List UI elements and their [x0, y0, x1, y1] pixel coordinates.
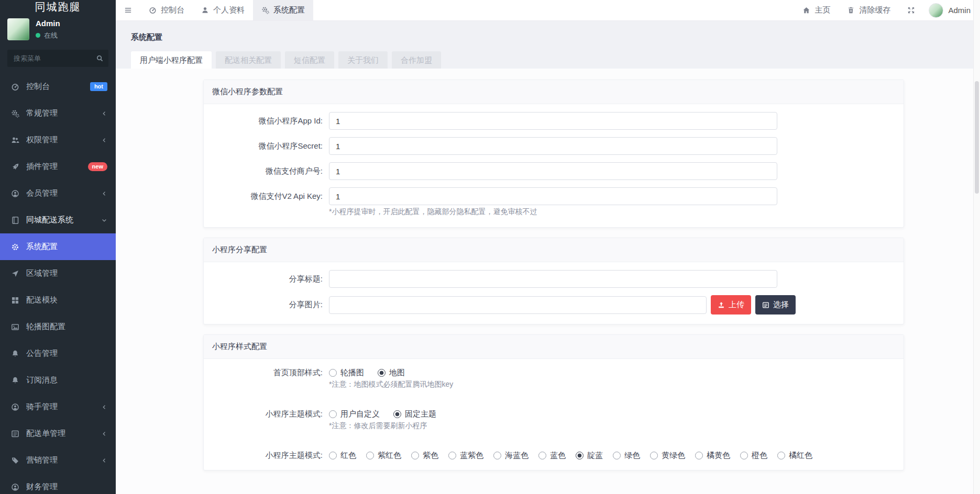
radio-color-sea-blue[interactable]: 海蓝色 [493, 451, 528, 461]
user-custom-radio[interactable] [329, 410, 337, 418]
sidebar-item-banner-config[interactable]: 轮播图配置 [0, 313, 116, 340]
sidebar-item-delivery-system[interactable]: 同城配送系统 [0, 207, 116, 233]
field-label: 微信小程序Secret: [204, 141, 329, 151]
field-label: 小程序主题模式: [204, 451, 329, 461]
map-key-note: *注意：地图模式必须配置腾讯地图key [329, 380, 904, 389]
radio-color-blue-purple[interactable]: 蓝紫色 [448, 451, 483, 461]
nav-tab-dashboard[interactable]: 控制台 [140, 0, 193, 20]
field-label: 首页顶部样式: [204, 368, 329, 378]
magenta-radio[interactable] [366, 452, 374, 459]
green-radio[interactable] [613, 452, 621, 459]
panel-title: 微信小程序参数配置 [204, 80, 904, 104]
sidebar-item-delivery-order-mgmt[interactable]: 配送单管理 [0, 420, 116, 447]
sidebar-item-marketing-mgmt[interactable]: 营销管理 [0, 447, 116, 474]
orange-radio[interactable] [740, 452, 748, 459]
home-button[interactable]: 主页 [794, 0, 839, 20]
share-title-input[interactable] [329, 270, 777, 288]
blue-radio[interactable] [538, 452, 546, 459]
grid-icon [11, 296, 19, 305]
panel-share-config: 小程序分享配置 分享标题: 分享图片: 上传 [203, 238, 904, 324]
wechat-secret-input[interactable] [329, 137, 777, 155]
radio-color-orange-red[interactable]: 橘红色 [777, 451, 812, 461]
yellow-green-radio[interactable] [650, 452, 658, 459]
upload-button[interactable]: 上传 [711, 295, 751, 315]
blue-purple-radio[interactable] [448, 452, 456, 459]
refresh-note: *注意：修改后需要刷新小程序 [329, 421, 904, 431]
radio-option-fixed-theme[interactable]: 固定主题 [393, 409, 436, 419]
radio-color-orange[interactable]: 橙色 [740, 451, 767, 461]
orange-red-radio[interactable] [777, 452, 785, 459]
tab-sms-config[interactable]: 短信配置 [285, 51, 334, 69]
sidebar-item-delivery-module[interactable]: 配送模块 [0, 287, 116, 313]
radio-color-green[interactable]: 绿色 [613, 451, 640, 461]
wechat-v2-apikey-input[interactable] [329, 187, 777, 205]
tab-about-us[interactable]: 关于我们 [338, 51, 388, 69]
sidebar-item-dashboard[interactable]: 控制台 hot [0, 73, 116, 100]
form-row-apikey: 微信支付V2 Api Key: [204, 187, 904, 205]
sidebar-item-system-config[interactable]: 系统配置 [0, 233, 116, 260]
field-label: 微信支付商户号: [204, 166, 329, 176]
sidebar-item-finance-mgmt[interactable]: 财务管理 [0, 474, 116, 494]
bell-icon [11, 376, 19, 385]
radio-option-user-custom[interactable]: 用户自定义 [329, 409, 380, 419]
list-icon [11, 430, 19, 438]
nav-tab-profile[interactable]: 个人资料 [193, 0, 253, 20]
page-scrollbar[interactable] [973, 0, 980, 494]
navbar-avatar[interactable] [929, 3, 943, 18]
map-radio[interactable] [378, 369, 386, 377]
tab-delivery-related-config[interactable]: 配送相关配置 [216, 51, 281, 69]
sidebar-toggle-button[interactable] [116, 0, 140, 20]
radio-color-blue[interactable]: 蓝色 [538, 451, 566, 461]
form-row-appid: 微信小程序App Id: [204, 112, 904, 130]
sea-blue-radio[interactable] [493, 452, 501, 459]
form-row-share-title: 分享标题: [204, 270, 904, 288]
wechat-merchant-id-input[interactable] [329, 162, 777, 180]
sidebar-item-region-mgmt[interactable]: 区域管理 [0, 260, 116, 287]
field-label: 微信支付V2 Api Key: [204, 192, 329, 201]
fullscreen-button[interactable] [899, 0, 923, 20]
share-image-input[interactable] [329, 296, 707, 314]
indigo-radio[interactable] [576, 452, 583, 459]
purple-radio[interactable] [411, 452, 419, 459]
list-icon [762, 301, 769, 309]
radio-color-orange-yellow[interactable]: 橘黄色 [695, 451, 730, 461]
user-avatar[interactable] [7, 18, 29, 40]
orange-yellow-radio[interactable] [695, 452, 703, 459]
expand-icon [907, 6, 915, 14]
page-title: 系统配置 [116, 21, 980, 51]
sidebar-item-addon-mgmt[interactable]: 插件管理 new [0, 153, 116, 180]
sidebar-item-rider-mgmt[interactable]: 骑手管理 [0, 394, 116, 420]
navbar-user-name[interactable]: Admin [948, 6, 971, 15]
radio-option-banner[interactable]: 轮播图 [329, 368, 364, 378]
sidebar-item-notice-mgmt[interactable]: 公告管理 [0, 340, 116, 367]
fixed-theme-radio[interactable] [393, 410, 401, 418]
clear-cache-button[interactable]: 清除缓存 [839, 0, 899, 20]
radio-color-yellow-green[interactable]: 黄绿色 [650, 451, 685, 461]
sidebar-item-subscribe-message[interactable]: 订阅消息 [0, 367, 116, 394]
tab-cooperation[interactable]: 合作加盟 [392, 51, 441, 69]
radio-color-magenta[interactable]: 紫红色 [366, 451, 401, 461]
main-area: 控制台 个人资料 系统配置 主页 清除缓存 [116, 0, 980, 494]
sidebar-item-auth-mgmt[interactable]: 权限管理 [0, 127, 116, 153]
radio-color-red[interactable]: 红色 [329, 451, 356, 461]
radio-option-map[interactable]: 地图 [378, 368, 405, 378]
scrollbar-thumb[interactable] [975, 81, 979, 194]
radio-color-indigo[interactable]: 靛蓝 [576, 451, 603, 461]
radio-color-purple[interactable]: 紫色 [411, 451, 438, 461]
tab-user-miniprogram-config[interactable]: 用户端小程序配置 [131, 51, 212, 69]
sidebar-item-member-mgmt[interactable]: 会员管理 [0, 180, 116, 207]
group-theme-color: 小程序主题模式: 红色 紫红色 紫色 蓝紫色 海蓝色 蓝色 靛蓝 绿色 黄绿色 [204, 451, 904, 461]
page-header: 系统配置 用户端小程序配置 配送相关配置 短信配置 关于我们 合作加盟 [116, 21, 980, 69]
wechat-appid-input[interactable] [329, 112, 777, 130]
field-label: 小程序主题模式: [204, 409, 329, 419]
navbar-right: 主页 清除缓存 Admin [794, 0, 980, 20]
panel-wechat-params: 微信小程序参数配置 微信小程序App Id: 微信小程序Secret: 微信支付… [203, 80, 904, 228]
sidebar-item-general-mgmt[interactable]: 常规管理 [0, 100, 116, 127]
menu-search-input[interactable] [7, 50, 108, 67]
form-row-merchant-id: 微信支付商户号: [204, 162, 904, 180]
choose-button[interactable]: 选择 [755, 295, 796, 315]
red-radio[interactable] [329, 452, 337, 459]
user-status: 在线 [36, 31, 60, 40]
banner-radio[interactable] [329, 369, 337, 377]
nav-tab-system-config[interactable]: 系统配置 [253, 0, 313, 20]
